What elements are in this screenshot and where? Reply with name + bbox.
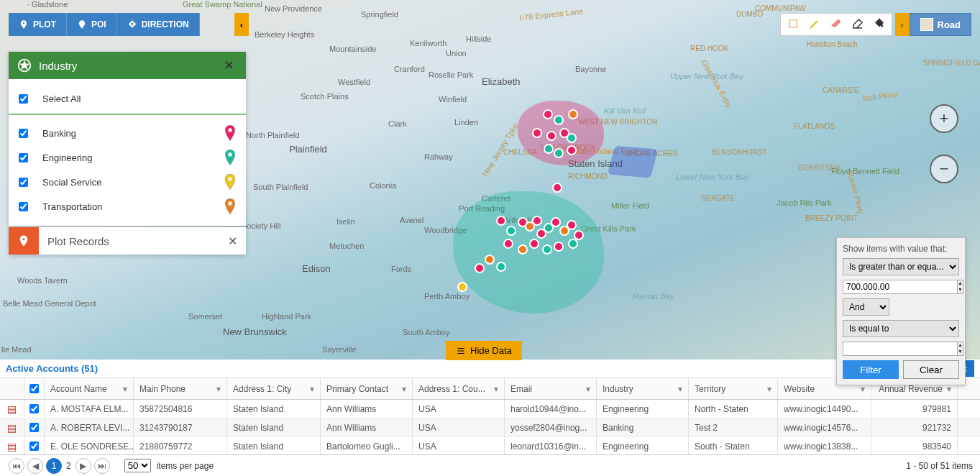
map-marker[interactable] xyxy=(496,216,506,226)
map-label: Hamilton Beach xyxy=(807,40,850,48)
spin-down-icon[interactable]: ▼ xyxy=(958,287,963,293)
table-row[interactable]: ▤ E. OLE SONDRESE... 21880759772 Staten … xyxy=(0,437,980,456)
filter-icon[interactable]: ▾ xyxy=(402,384,406,394)
row-checkbox[interactable] xyxy=(29,404,39,413)
page-prev-button[interactable]: ◀ xyxy=(27,458,43,474)
map-marker[interactable] xyxy=(568,239,578,249)
col-main-phone[interactable]: Main Phone▾ xyxy=(134,378,227,399)
map-marker[interactable] xyxy=(529,239,539,249)
cell-website: www.inogic14576... xyxy=(778,418,871,436)
map-marker[interactable] xyxy=(542,244,552,255)
map-marker[interactable] xyxy=(546,131,557,141)
spin-down-icon[interactable]: ▼ xyxy=(958,349,963,355)
filter-conjunction[interactable]: And xyxy=(843,298,889,316)
spin-up-icon[interactable]: ▲ xyxy=(958,280,963,287)
col-account-name[interactable]: Account Name▾ xyxy=(45,378,134,399)
col-industry[interactable]: Industry▾ xyxy=(597,378,689,399)
page-last-button[interactable]: ⏭ xyxy=(94,458,110,474)
map-marker[interactable] xyxy=(485,255,495,265)
filter-apply-button[interactable]: Filter xyxy=(843,360,899,379)
row-checkbox[interactable] xyxy=(29,441,39,451)
map-marker[interactable] xyxy=(567,220,577,230)
filter-value-1[interactable] xyxy=(843,280,958,294)
map-marker[interactable] xyxy=(552,183,562,193)
spin-up-icon[interactable]: ▲ xyxy=(958,342,963,349)
filter-clear-button[interactable]: Clear xyxy=(903,360,959,379)
col-primary-contact[interactable]: Primary Contact▾ xyxy=(321,378,413,399)
poi-button[interactable]: POI xyxy=(67,13,117,36)
map-marker[interactable] xyxy=(567,133,577,143)
page-number-1[interactable]: 1 xyxy=(46,458,62,474)
map-label: Berkeley Heights xyxy=(255,30,298,39)
industry-checkbox[interactable] xyxy=(19,129,28,138)
filter-value-2[interactable] xyxy=(843,342,958,356)
table-row[interactable]: ▤ A. ROBERTA LEVI... 31243790187 Staten … xyxy=(0,418,980,437)
map-marker[interactable] xyxy=(457,282,467,292)
filter-operator-1[interactable]: Is greater than or equa... xyxy=(843,258,959,275)
map-marker[interactable] xyxy=(503,239,513,249)
filter-icon[interactable]: ▾ xyxy=(123,384,127,394)
grid-title: Active Accounts (51) xyxy=(6,363,98,374)
collapse-right-button[interactable]: › xyxy=(895,13,910,36)
map-marker[interactable] xyxy=(543,109,553,119)
pencil-tool-icon[interactable] xyxy=(808,17,821,32)
map-marker[interactable] xyxy=(554,148,564,158)
items-per-page-label: items per page xyxy=(157,461,214,471)
col-city[interactable]: Address 1: City▾ xyxy=(227,378,321,399)
map-marker[interactable] xyxy=(568,109,578,119)
map-marker[interactable] xyxy=(544,144,554,154)
collapse-left-button[interactable]: ‹ xyxy=(234,13,249,36)
map-marker[interactable] xyxy=(475,263,485,273)
map-marker[interactable] xyxy=(554,115,564,125)
map-marker[interactable] xyxy=(506,226,516,236)
page-number-2[interactable]: 2 xyxy=(66,461,71,471)
header-checkbox[interactable] xyxy=(29,384,39,393)
plot-button[interactable]: PLOT xyxy=(9,13,67,36)
map-label: Bayonne xyxy=(575,65,606,73)
direction-button[interactable]: DIRECTION xyxy=(117,13,200,36)
filter-operator-2[interactable]: Is equal to xyxy=(843,320,959,337)
table-row[interactable]: ▤ A. MOSTAFA ELM... 35872504816 Staten I… xyxy=(0,400,980,418)
page-first-button[interactable]: ⏮ xyxy=(9,458,24,474)
filter-icon[interactable]: ▾ xyxy=(216,384,221,394)
filter-icon[interactable]: ▾ xyxy=(494,384,498,394)
hide-data-button[interactable]: Hide Data xyxy=(446,341,522,360)
pin-icon xyxy=(224,125,236,141)
map-type-button[interactable]: Road xyxy=(910,13,972,36)
select-tool-icon[interactable] xyxy=(787,17,800,32)
filter-icon[interactable]: ▾ xyxy=(767,384,771,394)
spinner-2[interactable]: ▲▼ xyxy=(958,342,963,356)
map-marker[interactable] xyxy=(567,145,577,155)
zoom-in-button[interactable]: + xyxy=(930,104,958,133)
map-marker[interactable] xyxy=(532,216,542,226)
filter-icon[interactable]: ▾ xyxy=(310,384,314,394)
row-checkbox[interactable] xyxy=(29,423,39,432)
map-label: Plainfield xyxy=(289,144,327,155)
map-marker[interactable] xyxy=(496,262,506,272)
col-email[interactable]: Email▾ xyxy=(505,378,597,399)
col-territory[interactable]: Territory▾ xyxy=(689,378,778,399)
filter-icon[interactable]: ▾ xyxy=(586,384,590,394)
industry-panel: Industry ✕ Select All Banking Engineerin… xyxy=(9,52,246,226)
map-marker[interactable] xyxy=(532,128,542,138)
industry-checkbox[interactable] xyxy=(19,202,28,211)
col-country[interactable]: Address 1: Cou...▾ xyxy=(413,378,505,399)
industry-checkbox[interactable] xyxy=(19,153,28,163)
page-next-button[interactable]: ▶ xyxy=(75,458,91,474)
eraser-tool-icon[interactable] xyxy=(830,17,843,32)
close-plot-records-button[interactable]: ✕ xyxy=(219,234,246,248)
map-marker[interactable] xyxy=(554,242,564,252)
spinner-1[interactable]: ▲▼ xyxy=(958,280,963,294)
select-all-checkbox[interactable] xyxy=(19,94,28,104)
edit-tool-icon[interactable] xyxy=(851,17,864,32)
filter-icon[interactable]: ▾ xyxy=(678,384,682,394)
map-label: Gowanus Expy xyxy=(700,58,733,109)
map-marker[interactable] xyxy=(518,244,528,255)
page-size-select[interactable]: 50 xyxy=(124,459,151,472)
close-industry-button[interactable]: ✕ xyxy=(221,58,237,73)
industry-checkbox[interactable] xyxy=(19,178,28,187)
cell-phone: 21880759772 xyxy=(134,437,227,455)
zoom-out-button[interactable]: − xyxy=(930,155,958,183)
map-marker[interactable] xyxy=(551,217,561,227)
fill-tool-icon[interactable] xyxy=(873,17,886,32)
